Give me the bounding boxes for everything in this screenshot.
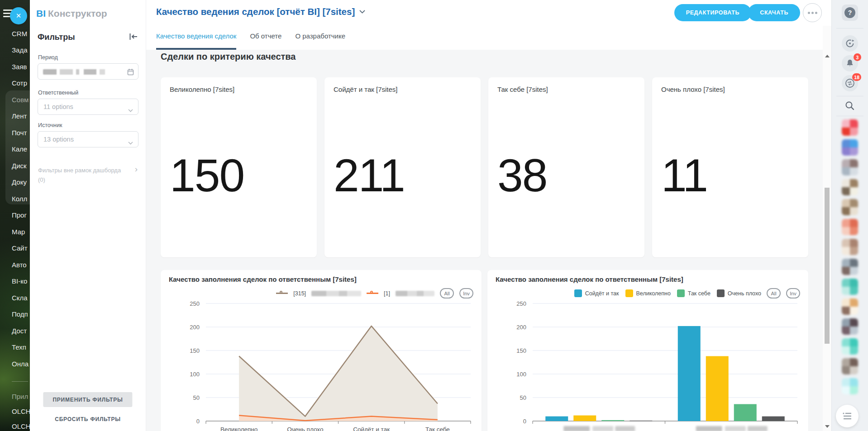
calendar-icon[interactable] bbox=[127, 68, 134, 77]
download-button[interactable]: СКАЧАТЬ bbox=[748, 4, 800, 21]
sidebar-item[interactable]: Доку bbox=[0, 174, 30, 191]
bar-chart-card: Качество заполнения сделок по ответствен… bbox=[487, 270, 808, 431]
menu-divider bbox=[12, 381, 28, 382]
list-icon bbox=[842, 412, 852, 421]
legend-all-button[interactable]: All bbox=[440, 288, 454, 298]
avatar[interactable] bbox=[842, 318, 858, 335]
report-title[interactable]: Качество ведения сделок [отчёт BI] [7sit… bbox=[156, 6, 365, 17]
avatar[interactable] bbox=[842, 119, 858, 136]
legend-inv-button[interactable]: Inv bbox=[459, 288, 473, 298]
filters-panel: BIКонструктор Фильтры Период Ответственн… bbox=[30, 0, 146, 431]
svg-text:250: 250 bbox=[190, 300, 200, 307]
more-actions-button[interactable] bbox=[803, 3, 822, 22]
avatar[interactable] bbox=[842, 179, 858, 195]
sidebar-item[interactable]: CRM bbox=[0, 25, 30, 42]
search-icon bbox=[844, 100, 855, 111]
sidebar-item[interactable]: Зада bbox=[0, 42, 30, 59]
filters-title: Фильтры bbox=[38, 33, 75, 42]
period-input[interactable] bbox=[38, 63, 138, 80]
legend-item[interactable]: Так себе bbox=[677, 289, 711, 297]
sidebar-item[interactable]: Почт bbox=[0, 124, 30, 141]
avatar[interactable] bbox=[842, 159, 858, 175]
legend-series-label: Очень плохо bbox=[728, 290, 761, 297]
sidebar-item[interactable]: Диск bbox=[0, 157, 30, 174]
svg-text:50: 50 bbox=[520, 394, 526, 401]
avatar[interactable] bbox=[842, 378, 858, 394]
bi-constructor-logo: BIКонструктор bbox=[36, 8, 107, 19]
sidebar-item[interactable]: Заяв bbox=[0, 58, 30, 75]
scroll-up-arrow-icon[interactable] bbox=[825, 55, 830, 57]
kpi-card-row: Великолепно [7sites] 150 Сойдёт и так [7… bbox=[161, 77, 808, 257]
source-label: Источник bbox=[38, 122, 62, 128]
report-tab[interactable]: Об отчете bbox=[250, 26, 281, 50]
user-list-button[interactable] bbox=[836, 405, 858, 427]
outer-filters-link[interactable]: Фильтры вне рамок дашборда (0) bbox=[38, 166, 131, 185]
sidebar-item[interactable]: Кале bbox=[0, 141, 30, 158]
report-tab[interactable]: О разработчике bbox=[295, 26, 345, 50]
legend-series-label[interactable]: [315] bbox=[293, 290, 306, 297]
avatar[interactable] bbox=[842, 139, 858, 156]
avatar[interactable] bbox=[842, 219, 858, 235]
sidebar-item[interactable]: Дост bbox=[0, 322, 30, 339]
bell-icon bbox=[845, 59, 854, 68]
sidebar-item[interactable]: Прог bbox=[0, 207, 30, 224]
help-button[interactable]: ? bbox=[842, 5, 858, 21]
question-icon: ? bbox=[844, 7, 855, 18]
legend-series-label[interactable]: [1] bbox=[384, 290, 390, 297]
legend-item[interactable]: Очень плохо bbox=[717, 289, 761, 297]
responsible-value: 11 options bbox=[43, 103, 73, 110]
sidebar-item[interactable]: Совм bbox=[0, 91, 30, 108]
content-scrollbar[interactable] bbox=[823, 26, 831, 431]
sidebar-item[interactable]: Колл bbox=[0, 190, 30, 207]
legend-line-marker bbox=[367, 293, 378, 294]
sidebar-item[interactable]: Скла bbox=[0, 289, 30, 306]
notifications-button[interactable]: 3 bbox=[842, 55, 858, 71]
legend-item[interactable]: Сойдёт и так bbox=[574, 289, 619, 297]
sidebar-item[interactable]: OLCH bbox=[0, 404, 30, 419]
messages-button[interactable]: 18 bbox=[842, 75, 858, 91]
avatar[interactable] bbox=[842, 298, 858, 315]
apply-filters-button[interactable]: ПРИМЕНИТЬ ФИЛЬТРЫ bbox=[43, 392, 132, 407]
avatar[interactable] bbox=[842, 279, 858, 295]
search-button[interactable] bbox=[844, 100, 855, 113]
responsible-select[interactable]: 11 options bbox=[38, 99, 138, 115]
edit-button[interactable]: РЕДАКТИРОВАТЬ bbox=[674, 4, 751, 21]
scrollbar-thumb[interactable] bbox=[825, 188, 830, 344]
dashboard-content: Сделки по критерию качества Великолепно … bbox=[146, 50, 823, 431]
report-tab[interactable]: Качество ведения сделок bbox=[156, 26, 236, 50]
sidebar-item[interactable]: Онла bbox=[0, 355, 30, 372]
sidebar-item[interactable]: BI-ко bbox=[0, 273, 30, 290]
avatar[interactable] bbox=[842, 259, 858, 275]
collapse-panel-close-button[interactable]: ✕ bbox=[10, 7, 27, 24]
svg-text:Великолепно: Великолепно bbox=[220, 426, 258, 431]
period-label: Период bbox=[38, 54, 58, 61]
sidebar-item[interactable]: OLCH bbox=[0, 419, 30, 431]
scroll-down-arrow-icon[interactable] bbox=[825, 425, 830, 428]
right-toolbar-rail: ? 3 18 bbox=[831, 0, 868, 431]
legend-item[interactable]: Великолепно bbox=[625, 289, 671, 297]
kpi-card-title: Сойдёт и так [7sites] bbox=[324, 77, 481, 93]
chevron-right-icon: › bbox=[135, 164, 138, 174]
sidebar-item[interactable]: Мар bbox=[0, 223, 30, 240]
legend-all-button[interactable]: All bbox=[767, 288, 781, 298]
source-select[interactable]: 13 options bbox=[38, 131, 138, 147]
kpi-card: Так себе [7sites] 38 bbox=[488, 77, 644, 257]
sidebar-item[interactable]: Техп bbox=[0, 339, 30, 356]
avatar[interactable] bbox=[842, 358, 858, 374]
avatar[interactable] bbox=[842, 338, 858, 355]
sidebar-item[interactable]: Прил bbox=[0, 389, 30, 404]
sidebar-item[interactable]: Сайт bbox=[0, 240, 30, 257]
legend-inv-button[interactable]: Inv bbox=[786, 288, 800, 298]
timer-button[interactable] bbox=[842, 35, 858, 52]
avatar[interactable] bbox=[842, 239, 858, 255]
responsible-label: Ответственный bbox=[38, 90, 78, 96]
chevron-down-icon bbox=[128, 106, 133, 114]
app-window: CRMЗадаЗаявСотрСовмЛентПочтКалеДискДокуК… bbox=[0, 0, 868, 431]
reset-filters-button[interactable]: СБРОСИТЬ ФИЛЬТРЫ bbox=[55, 416, 121, 422]
sidebar-item[interactable]: Сотр bbox=[0, 75, 30, 92]
sidebar-item[interactable]: Лент bbox=[0, 108, 30, 125]
avatar[interactable] bbox=[842, 199, 858, 215]
collapse-filters-icon[interactable] bbox=[129, 33, 138, 40]
sidebar-item[interactable]: Авто bbox=[0, 256, 30, 273]
sidebar-item[interactable]: Подп bbox=[0, 306, 30, 323]
